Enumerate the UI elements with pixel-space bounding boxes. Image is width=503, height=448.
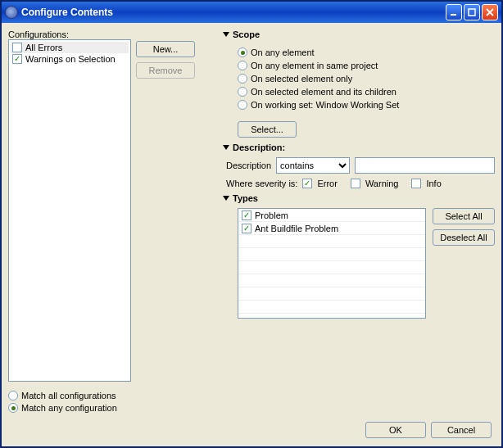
config-item-label: All Errors: [25, 43, 62, 52]
dialog-window: Configure Contents Configurations:: [0, 0, 503, 448]
scope-options: On any element On any element in same pr…: [223, 44, 495, 113]
configurations-label: Configurations:: [8, 29, 213, 39]
checkbox-icon[interactable]: ✓: [242, 210, 252, 220]
severity-error-label: Error: [317, 179, 337, 188]
types-header[interactable]: Types: [223, 193, 495, 203]
type-item[interactable]: ✓ Problem: [238, 209, 425, 222]
scope-same-project[interactable]: On any element in same project: [238, 61, 495, 70]
checkbox-icon[interactable]: ✓: [12, 54, 22, 64]
caret-down-icon: [223, 196, 229, 201]
details-panel: Scope On any element On any element in s…: [216, 29, 495, 415]
radio-icon: [8, 403, 18, 413]
severity-warning-checkbox[interactable]: [351, 179, 360, 188]
radio-icon: [238, 74, 247, 84]
config-item-label: Warnings on Selection: [25, 54, 116, 64]
remove-button: Remove: [136, 62, 195, 79]
deselect-all-button[interactable]: Deselect All: [433, 229, 495, 246]
severity-warning-label: Warning: [365, 179, 399, 188]
severity-error-checkbox[interactable]: ✓: [302, 179, 312, 188]
ok-button[interactable]: OK: [365, 422, 426, 438]
cancel-button[interactable]: Cancel: [431, 422, 492, 438]
close-button[interactable]: [482, 4, 498, 20]
svg-rect-0: [451, 14, 456, 16]
checkbox-icon[interactable]: [12, 43, 22, 52]
config-item-all-errors[interactable]: All Errors: [11, 42, 129, 53]
scope-any-element[interactable]: On any element: [238, 48, 495, 57]
configurations-panel: Configurations: All Errors ✓ Warnings on…: [8, 29, 213, 415]
radio-icon: [238, 61, 247, 70]
description-label: Description: [226, 161, 271, 170]
severity-info-label: Info: [426, 179, 441, 188]
severity-info-checkbox[interactable]: [411, 179, 421, 188]
caret-down-icon: [223, 145, 229, 150]
match-all-radio[interactable]: Match all configurations: [8, 391, 213, 400]
svg-rect-1: [469, 9, 475, 16]
configurations-list[interactable]: All Errors ✓ Warnings on Selection: [8, 39, 131, 382]
radio-icon: [238, 87, 247, 97]
match-any-radio[interactable]: Match any configuration: [8, 403, 213, 413]
config-item-warnings[interactable]: ✓ Warnings on Selection: [11, 53, 129, 65]
window-title: Configure Contents: [21, 7, 446, 18]
radio-icon: [238, 48, 247, 57]
dialog-footer: OK Cancel: [8, 415, 495, 440]
severity-label: Where severity is:: [226, 179, 297, 188]
app-icon: [5, 6, 18, 19]
scope-header[interactable]: Scope: [223, 29, 495, 39]
minimize-button[interactable]: [446, 4, 462, 20]
caret-down-icon: [223, 32, 229, 37]
radio-icon: [238, 100, 247, 110]
match-all-label: Match all configurations: [21, 391, 116, 400]
new-button[interactable]: New...: [136, 41, 195, 57]
scope-selected-only[interactable]: On selected element only: [238, 74, 495, 84]
radio-icon: [8, 391, 18, 400]
titlebar: Configure Contents: [2, 2, 501, 23]
types-list[interactable]: ✓ Problem ✓ Ant Buildfile Problem: [238, 208, 426, 319]
description-combo[interactable]: contains: [276, 157, 350, 174]
select-all-button[interactable]: Select All: [433, 208, 495, 224]
select-working-set-button[interactable]: Select...: [238, 121, 297, 138]
description-header[interactable]: Description:: [223, 143, 495, 152]
maximize-button[interactable]: [464, 4, 480, 20]
match-any-label: Match any configuration: [21, 403, 117, 413]
scope-working-set[interactable]: On working set: Window Working Set: [238, 100, 495, 110]
description-text[interactable]: [355, 157, 495, 174]
type-item[interactable]: ✓ Ant Buildfile Problem: [238, 222, 425, 235]
checkbox-icon[interactable]: ✓: [242, 224, 252, 233]
scope-selected-children[interactable]: On selected element and its children: [238, 87, 495, 97]
